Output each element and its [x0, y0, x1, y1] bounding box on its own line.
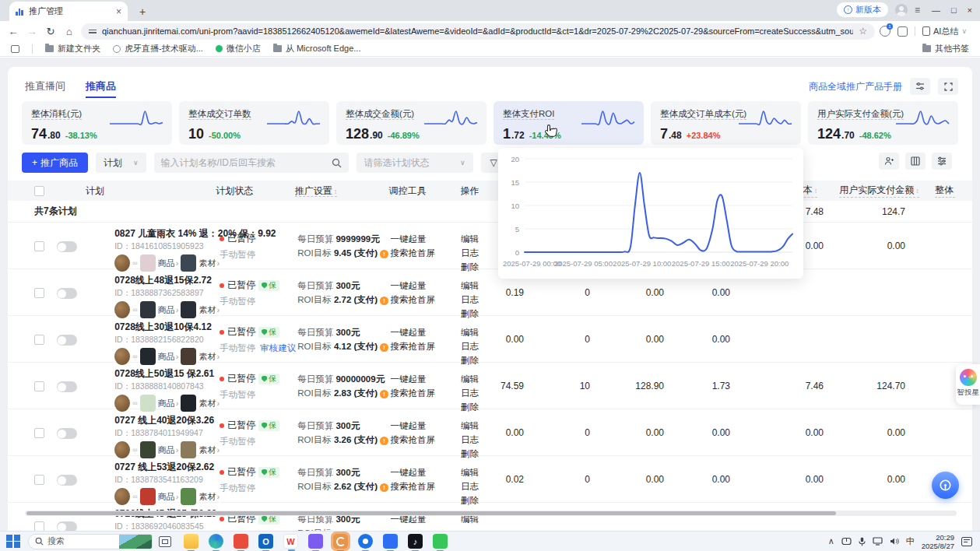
- ai-summary-button[interactable]: AI总结 ∨: [922, 26, 967, 37]
- row-checkbox[interactable]: [34, 428, 44, 438]
- horizontal-scrollbar[interactable]: [25, 511, 957, 516]
- plan-enable-toggle[interactable]: [57, 381, 77, 392]
- display-network-icon[interactable]: [873, 537, 883, 546]
- metric-card[interactable]: 整体成交订单成本(元) 7.48 +23.84%: [651, 101, 801, 145]
- window-close-button[interactable]: ×: [968, 5, 972, 15]
- forward-button[interactable]: →: [25, 26, 39, 37]
- row-action-link[interactable]: 编辑: [461, 325, 494, 339]
- bookmark-star-icon[interactable]: ☆: [859, 26, 867, 37]
- promote-product-button[interactable]: +推广商品: [22, 153, 88, 173]
- metric-card[interactable]: 用户实际支付金额(元) 124.70 -48.62%: [808, 101, 958, 145]
- row-action-link[interactable]: 编辑: [461, 279, 494, 293]
- plan-enable-toggle[interactable]: [57, 241, 77, 252]
- metric-card[interactable]: 整体支付ROI 1.72 -14.43%: [494, 101, 644, 145]
- review-suggestion-link[interactable]: 审核建议: [260, 342, 296, 354]
- start-button[interactable]: [5, 533, 22, 550]
- browser-profile-avatar[interactable]: [895, 4, 908, 16]
- notification-center-icon[interactable]: [961, 537, 972, 546]
- material-link[interactable]: 素材›: [198, 444, 220, 456]
- control-tool-link[interactable]: 搜索抢首屏: [390, 339, 461, 353]
- column-header-tools[interactable]: 调控工具: [389, 184, 461, 198]
- row-checkbox[interactable]: [34, 521, 44, 531]
- product-link[interactable]: 商品›: [158, 398, 179, 409]
- chart-settings-icon[interactable]: [910, 78, 930, 95]
- other-bookmarks-button[interactable]: 其他书签: [922, 43, 969, 54]
- red-app-icon[interactable]: [234, 534, 248, 549]
- metric-card[interactable]: 整体消耗(元) 74.80 -38.13%: [22, 101, 172, 145]
- plan-name[interactable]: 0727 线上40退20保3.26: [114, 414, 220, 427]
- plan-enable-toggle[interactable]: [57, 428, 77, 439]
- row-action-link[interactable]: 日志: [461, 339, 494, 353]
- row-checkbox[interactable]: [34, 241, 44, 251]
- plan-enable-toggle[interactable]: [57, 288, 77, 299]
- material-link[interactable]: 素材›: [198, 258, 220, 269]
- row-checkbox[interactable]: [34, 288, 44, 298]
- bookmark-item[interactable]: 新建文件夹: [45, 43, 100, 54]
- control-tool-link[interactable]: 一键起量: [390, 279, 461, 293]
- microphone-icon[interactable]: [859, 537, 866, 546]
- row-checkbox[interactable]: [34, 335, 44, 345]
- column-header-metric[interactable]: 整体: [922, 184, 972, 198]
- product-link[interactable]: 商品›: [158, 258, 179, 269]
- product-link[interactable]: 商品›: [158, 491, 179, 503]
- row-action-link[interactable]: 日志: [461, 386, 494, 400]
- browser-menu-icon[interactable]: ≡: [915, 5, 920, 16]
- blue-circle-app-icon[interactable]: [358, 534, 373, 549]
- row-action-link[interactable]: 日志: [461, 479, 494, 493]
- search-input[interactable]: [161, 157, 327, 168]
- window-minimize-button[interactable]: —: [932, 5, 940, 15]
- new-version-button[interactable]: ↑ 新版本: [837, 2, 888, 17]
- plan-type-select[interactable]: 计划∨: [96, 153, 146, 173]
- row-action-link[interactable]: 日志: [461, 246, 494, 260]
- blue-app-icon[interactable]: [383, 534, 398, 549]
- site-settings-icon[interactable]: [89, 28, 97, 35]
- side-panel-icon[interactable]: [11, 45, 19, 53]
- plan-name[interactable]: 0728线上30退10保4.12: [114, 321, 220, 334]
- column-header-settings[interactable]: 推广设置: [295, 185, 338, 197]
- home-button[interactable]: ⌂: [62, 26, 76, 37]
- custom-columns-icon[interactable]: [905, 153, 926, 170]
- volume-icon[interactable]: [890, 537, 899, 546]
- hidden-icons-chevron[interactable]: ∧: [828, 536, 834, 546]
- product-link[interactable]: 商品›: [158, 304, 179, 316]
- column-header-metric[interactable]: 用户实际支付金额: [841, 184, 922, 198]
- new-tab-button[interactable]: +: [135, 5, 149, 18]
- tab-close-icon[interactable]: ×: [116, 6, 121, 17]
- browser-tab[interactable]: 推广管理 ×: [9, 2, 128, 21]
- file-explorer-icon[interactable]: [184, 534, 198, 549]
- back-button[interactable]: ←: [6, 26, 20, 37]
- clock[interactable]: 20:29 2025/8/27: [922, 533, 954, 550]
- outlook-icon[interactable]: O: [258, 534, 273, 549]
- control-tool-link[interactable]: 一键起量: [390, 232, 461, 246]
- tab-promote-product[interactable]: 推商品: [86, 79, 116, 98]
- green-app-icon[interactable]: [433, 534, 448, 549]
- column-header-status[interactable]: 计划状态: [216, 184, 295, 198]
- control-tool-link[interactable]: 一键起量: [390, 325, 461, 339]
- purple-app-icon[interactable]: [308, 534, 323, 549]
- bookmark-item[interactable]: 微信小店: [216, 43, 261, 54]
- control-tool-link[interactable]: 一键起量: [390, 372, 461, 386]
- plan-name[interactable]: 0827 儿童雨衣 14% 退：20% 保：9.92: [114, 227, 220, 240]
- plan-name[interactable]: 0728线上48退15保2.72: [114, 274, 220, 287]
- control-tool-link[interactable]: 搜索抢首屏: [390, 293, 461, 307]
- window-maximize-button[interactable]: □: [951, 5, 957, 15]
- product-link[interactable]: 商品›: [158, 444, 179, 456]
- plan-enable-toggle[interactable]: [57, 335, 77, 346]
- edge-browser-icon[interactable]: [209, 534, 223, 549]
- material-link[interactable]: 素材›: [198, 351, 220, 363]
- table-settings-icon[interactable]: [932, 153, 952, 170]
- ime-indicator[interactable]: 中: [906, 535, 915, 547]
- row-action-link[interactable]: 编辑: [461, 419, 494, 433]
- active-browser-icon[interactable]: [333, 534, 348, 549]
- row-checkbox[interactable]: [34, 475, 44, 485]
- bookmark-item[interactable]: 虎牙直播-技术驱动...: [113, 43, 203, 54]
- plan-name[interactable]: 0727 线上53退20保2.62: [114, 461, 220, 474]
- url-text[interactable]: qianchuan.jinritemai.com/uni-prom?aavid=…: [102, 26, 853, 36]
- global-promotion-manual-link[interactable]: 商品全域推广产品手册: [809, 80, 902, 93]
- batch-manage-icon[interactable]: [879, 153, 899, 170]
- fullscreen-icon[interactable]: [938, 78, 958, 95]
- tiktok-icon[interactable]: ♪: [408, 534, 423, 549]
- product-link[interactable]: 商品›: [158, 351, 179, 363]
- control-tool-link[interactable]: 一键起量: [390, 465, 461, 479]
- control-tool-link[interactable]: 搜索抢首屏: [390, 479, 461, 493]
